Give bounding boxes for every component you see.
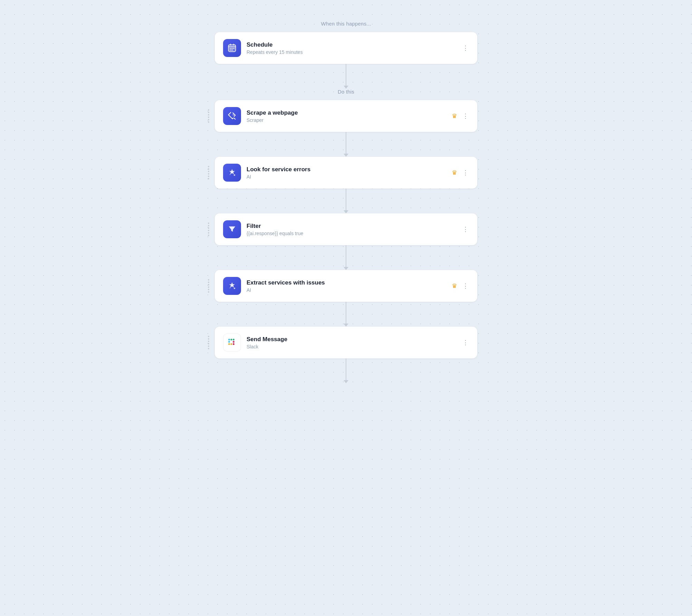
- drag-handle-scrape[interactable]: [208, 109, 209, 123]
- step-subtitle-send-message: Slack: [247, 344, 456, 349]
- svg-rect-18: [233, 343, 234, 345]
- connector-arrow-1: [344, 86, 348, 89]
- ai-icon-extract: [223, 277, 241, 295]
- connector-line-3: [346, 189, 346, 211]
- step-title-filter: Filter: [247, 223, 456, 230]
- svg-rect-3: [233, 48, 235, 49]
- step-title-extract: Extract services with issues: [247, 279, 448, 286]
- connector-line-6: [346, 358, 346, 381]
- step-subtitle-scrape: Scraper: [247, 117, 448, 123]
- connector-arrow-2: [344, 154, 348, 157]
- drag-handle-filter[interactable]: [208, 223, 209, 236]
- step-subtitle-schedule: Repeats every 15 minutes: [247, 49, 456, 55]
- step-info-scrape: Scrape a webpage Scraper: [247, 109, 448, 123]
- svg-rect-17: [233, 341, 234, 343]
- svg-point-6: [232, 114, 234, 116]
- connector-3: [344, 189, 348, 213]
- connector-arrow-3: [344, 210, 348, 213]
- step-actions-schedule: ⋮: [461, 43, 470, 53]
- step-card-scrape[interactable]: Scrape a webpage Scraper ♛ ⋮: [215, 100, 477, 132]
- ai-icon-look-errors: [223, 164, 241, 182]
- step-info-schedule: Schedule Repeats every 15 minutes: [247, 41, 456, 55]
- more-menu-schedule[interactable]: ⋮: [461, 43, 470, 53]
- connector-line-1: [346, 64, 346, 86]
- crown-icon-extract: ♛: [452, 282, 457, 290]
- svg-rect-4: [230, 50, 231, 50]
- action-label: Do this: [338, 89, 354, 95]
- svg-rect-5: [231, 50, 233, 50]
- step-card-send-message[interactable]: Send Message Slack ⋮: [215, 327, 477, 358]
- svg-point-9: [234, 288, 236, 289]
- step-title-scrape: Scrape a webpage: [247, 109, 448, 116]
- connector-line-4: [346, 245, 346, 267]
- connector-1: [344, 64, 348, 89]
- connector-4: [344, 245, 348, 270]
- drag-handle-send-message[interactable]: [208, 336, 209, 349]
- svg-rect-16: [231, 343, 232, 345]
- crown-icon-scrape: ♛: [452, 112, 457, 120]
- step-info-filter: Filter {{ai.response}} equals true: [247, 223, 456, 236]
- drag-handle-extract[interactable]: [208, 279, 209, 293]
- more-menu-filter[interactable]: ⋮: [461, 224, 470, 234]
- svg-rect-13: [231, 339, 232, 340]
- schedule-icon: [223, 39, 241, 57]
- step-title-schedule: Schedule: [247, 41, 456, 48]
- step-actions-send-message: ⋮: [461, 338, 470, 347]
- connector-2: [344, 132, 348, 157]
- step-actions-filter: ⋮: [461, 224, 470, 234]
- svg-rect-14: [233, 339, 234, 340]
- more-menu-look-errors[interactable]: ⋮: [461, 168, 470, 177]
- step-actions-extract: ♛ ⋮: [452, 281, 470, 291]
- step-actions-look-errors: ♛ ⋮: [452, 168, 470, 177]
- connector-6: [344, 358, 348, 383]
- step-subtitle-extract: AI: [247, 287, 448, 293]
- step-card-look-errors[interactable]: Look for service errors AI ♛ ⋮: [215, 157, 477, 189]
- connector-5: [344, 302, 348, 327]
- svg-rect-1: [230, 48, 231, 49]
- connector-arrow-4: [344, 267, 348, 270]
- step-title-look-errors: Look for service errors: [247, 166, 448, 173]
- step-subtitle-filter: {{ai.response}} equals true: [247, 231, 456, 236]
- scraper-icon: [223, 107, 241, 125]
- more-menu-send-message[interactable]: ⋮: [461, 338, 470, 347]
- connector-arrow-6: [344, 380, 348, 383]
- filter-icon: [223, 220, 241, 238]
- flow-container: When this happens... Schedule Repeats ev…: [215, 21, 477, 383]
- crown-icon-look-errors: ♛: [452, 169, 457, 176]
- svg-rect-2: [231, 48, 233, 49]
- step-card-extract[interactable]: Extract services with issues AI ♛ ⋮: [215, 270, 477, 302]
- svg-point-10: [230, 287, 231, 288]
- more-menu-extract[interactable]: ⋮: [461, 281, 470, 291]
- step-card-filter[interactable]: Filter {{ai.response}} equals true ⋮: [215, 213, 477, 245]
- slack-icon: [223, 334, 241, 352]
- step-info-extract: Extract services with issues AI: [247, 279, 448, 293]
- svg-rect-11: [228, 339, 230, 340]
- svg-rect-15: [228, 343, 230, 345]
- step-title-send-message: Send Message: [247, 336, 456, 343]
- connector-line-2: [346, 132, 346, 154]
- svg-point-8: [230, 174, 231, 175]
- svg-point-7: [234, 174, 236, 176]
- step-card-schedule[interactable]: Schedule Repeats every 15 minutes ⋮: [215, 32, 477, 64]
- step-actions-scrape: ♛ ⋮: [452, 111, 470, 121]
- svg-rect-12: [228, 341, 230, 343]
- trigger-label: When this happens...: [321, 21, 371, 27]
- more-menu-scrape[interactable]: ⋮: [461, 111, 470, 121]
- step-info-look-errors: Look for service errors AI: [247, 166, 448, 180]
- connector-arrow-5: [344, 324, 348, 327]
- drag-handle-look-errors[interactable]: [208, 166, 209, 180]
- connector-line-5: [346, 302, 346, 324]
- step-subtitle-look-errors: AI: [247, 174, 448, 180]
- step-info-send-message: Send Message Slack: [247, 336, 456, 349]
